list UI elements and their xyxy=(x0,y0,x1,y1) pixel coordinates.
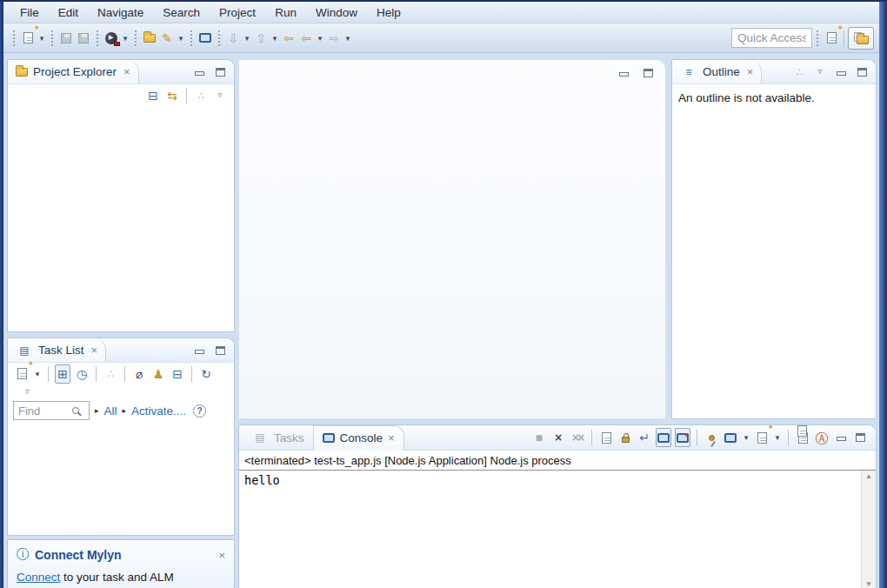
remove-launch-icon[interactable]: × xyxy=(550,428,566,447)
categorized-view-icon[interactable]: ⊞ xyxy=(55,364,70,384)
menu-run[interactable]: Run xyxy=(265,4,306,21)
maximize-icon[interactable] xyxy=(853,64,870,80)
tab-task-list[interactable]: ▤ Task List × xyxy=(8,338,106,362)
minimize-icon[interactable] xyxy=(190,64,208,80)
scroll-lock-icon[interactable] xyxy=(617,428,633,447)
view-menu-icon[interactable]: ∴ xyxy=(103,364,118,384)
open-folder-icon[interactable] xyxy=(142,29,157,48)
brush-dropdown-arrow[interactable]: ▾ xyxy=(176,29,186,48)
scroll-down-icon[interactable]: ▼ xyxy=(865,580,872,588)
menu-search[interactable]: Search xyxy=(153,4,210,21)
close-icon[interactable]: × xyxy=(747,65,754,78)
clear-console-icon[interactable] xyxy=(598,428,614,447)
terminate-icon[interactable]: ■ xyxy=(531,428,547,447)
toolbar-overflow-icon[interactable]: ▿ xyxy=(25,387,30,396)
close-icon[interactable]: × xyxy=(91,344,98,357)
previous-annotation-dropdown-arrow[interactable]: ▾ xyxy=(270,29,280,48)
forward-icon[interactable]: ⇨ xyxy=(326,29,342,48)
view-menu-icon[interactable]: ∴ xyxy=(193,86,209,105)
open-console-icon[interactable] xyxy=(197,29,213,48)
link-all[interactable]: All xyxy=(104,404,117,418)
resource-perspective-button[interactable] xyxy=(848,27,874,50)
toolbar-handle[interactable] xyxy=(12,30,16,47)
save-all-icon[interactable] xyxy=(76,29,91,48)
find-input[interactable] xyxy=(18,404,72,418)
forward-dropdown-arrow[interactable]: ▾ xyxy=(343,29,353,48)
console-scrollbar[interactable]: ▲ ▼ xyxy=(861,471,876,588)
show-stdout-icon[interactable] xyxy=(656,428,671,447)
outline-header: ≡ Outline × ∴ ▿ xyxy=(672,60,876,84)
next-annotation-dropdown-arrow[interactable]: ▾ xyxy=(242,29,252,48)
view-dropdown-icon[interactable]: ▿ xyxy=(212,86,228,105)
back-dropdown-arrow[interactable]: ▾ xyxy=(315,29,325,48)
synchronize-icon[interactable]: ↻ xyxy=(198,364,214,384)
show-stderr-icon[interactable] xyxy=(675,428,690,447)
minimize-icon[interactable] xyxy=(832,430,850,445)
toolbar-handle[interactable] xyxy=(190,30,193,47)
menu-project[interactable]: Project xyxy=(210,4,265,21)
scheduled-view-icon[interactable]: ◷ xyxy=(74,364,90,384)
connect-link[interactable]: Connect xyxy=(17,571,60,584)
close-icon[interactable]: × xyxy=(218,549,225,562)
toolbar-handle[interactable] xyxy=(217,30,221,47)
maximize-icon[interactable] xyxy=(639,65,657,81)
remove-all-terminated-icon[interactable]: ×× xyxy=(570,428,585,447)
editor-area[interactable] xyxy=(238,59,666,419)
console-view-icon[interactable] xyxy=(795,428,810,447)
minimize-icon[interactable] xyxy=(832,64,850,80)
link-with-editor-icon[interactable]: ⇆ xyxy=(164,86,180,105)
close-icon[interactable]: × xyxy=(123,65,130,78)
highlight-brush-icon[interactable]: ✎ xyxy=(159,29,175,48)
external-tools-run-icon[interactable] xyxy=(103,29,119,48)
open-perspective-icon[interactable]: ✦ xyxy=(824,29,839,48)
new-wizard-icon[interactable]: ✦ xyxy=(20,29,36,48)
ansi-console-icon[interactable]: Ⓐ xyxy=(814,428,830,447)
display-console-icon[interactable] xyxy=(723,428,738,447)
triangle-icon[interactable]: ▸ xyxy=(123,406,127,415)
toolbar-handle[interactable] xyxy=(50,30,54,47)
help-icon[interactable]: ? xyxy=(193,404,206,418)
project-explorer-body[interactable] xyxy=(8,106,234,331)
menu-window[interactable]: Window xyxy=(306,4,367,21)
tab-outline[interactable]: ≡ Outline × xyxy=(672,60,762,84)
focus-on-workweek-icon[interactable]: ♟ xyxy=(150,364,166,384)
pin-console-icon[interactable] xyxy=(704,428,719,447)
minimize-icon[interactable] xyxy=(615,65,632,81)
toolbar-handle[interactable] xyxy=(96,30,99,47)
close-icon[interactable]: × xyxy=(388,431,395,444)
tab-console[interactable]: Console × xyxy=(313,425,404,451)
new-task-icon[interactable]: ✦ xyxy=(14,364,30,384)
minimize-icon[interactable] xyxy=(190,343,208,358)
menu-help[interactable]: Help xyxy=(367,4,410,21)
collapse-all-icon[interactable]: ⊟ xyxy=(170,364,185,384)
toolbar-handle[interactable] xyxy=(816,30,819,47)
view-dropdown-icon[interactable]: ▿ xyxy=(812,63,828,82)
tab-project-explorer[interactable]: Project Explorer × xyxy=(8,60,139,84)
link-activate[interactable]: Activate.... xyxy=(131,404,186,418)
menu-edit[interactable]: Edit xyxy=(49,4,88,21)
collapse-all-icon[interactable]: ⊟ xyxy=(145,86,161,105)
display-console-dropdown-arrow[interactable]: ▾ xyxy=(741,428,751,447)
triangle-icon[interactable]: ▸ xyxy=(95,406,99,415)
toolbar-handle[interactable] xyxy=(134,30,137,47)
maximize-icon[interactable] xyxy=(211,343,229,358)
filter-icon[interactable]: ⌀ xyxy=(131,364,147,384)
next-annotation-icon[interactable]: ⇩ xyxy=(225,29,241,48)
word-wrap-icon[interactable]: ↵ xyxy=(637,428,652,447)
open-console-new-icon[interactable]: ✦ xyxy=(754,428,770,447)
last-edit-location-icon[interactable]: ⇦ xyxy=(281,29,297,48)
run-dropdown-arrow[interactable]: ▾ xyxy=(120,29,130,48)
maximize-icon[interactable] xyxy=(851,430,869,445)
console-output-area[interactable]: hello ▲ ▼ xyxy=(239,471,876,588)
previous-annotation-icon[interactable]: ⇧ xyxy=(253,29,269,48)
back-icon[interactable]: ⇦ xyxy=(298,29,314,48)
scroll-up-icon[interactable]: ▲ xyxy=(865,472,872,480)
view-menu-icon[interactable]: ∴ xyxy=(791,63,807,82)
maximize-icon[interactable] xyxy=(211,64,229,80)
tab-tasks[interactable]: ▤ Tasks xyxy=(243,425,313,451)
menu-file[interactable]: File xyxy=(10,4,49,21)
save-icon[interactable] xyxy=(58,29,74,48)
menu-navigate[interactable]: Navigate xyxy=(88,4,153,21)
task-list-body[interactable] xyxy=(8,423,234,514)
quick-access-input[interactable] xyxy=(731,28,812,48)
